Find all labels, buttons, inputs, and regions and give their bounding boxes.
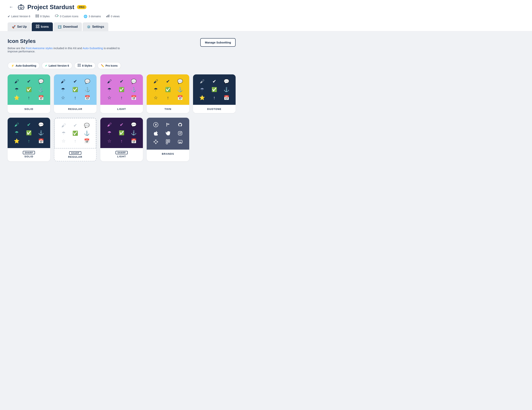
regular-preview: 🖌 ✔ 💬 ☂ ✅ ⚓ ☆ ↑ 📅 [54, 74, 96, 105]
top-bar: ← Project Stardust PRO ✔ Latest Version … [0, 0, 532, 31]
sharp-regular-icon-6: ⚓ [84, 131, 90, 136]
sharp-regular-icon-4: ☂ [62, 131, 66, 136]
light-icon-6: ⚓ [131, 87, 137, 92]
svg-rect-31 [168, 139, 170, 141]
back-button[interactable]: ← [8, 4, 15, 10]
style-card-brands[interactable]: BRANDS [147, 118, 189, 161]
sharp-light-icon-4: ☂ [107, 131, 112, 135]
svg-rect-8 [36, 16, 37, 17]
pro-badge: PRO [77, 5, 86, 9]
meta-row: ✔ Latest Version 6 8 Styles 0 Custom Ico… [8, 12, 524, 21]
thin-icon-9: 📅 [177, 95, 183, 100]
svg-rect-18 [78, 64, 79, 65]
svg-rect-14 [36, 25, 37, 26]
style-card-sharp-regular[interactable]: 🖌 ✔ 💬 ☂ ✅ ⚓ ☆ ↑ 📅 SHARP REGULAR [54, 118, 96, 161]
cloud-icon [55, 14, 59, 18]
solid-icon-1: 🖌 [14, 79, 19, 84]
meta-views: 0 views [106, 14, 120, 18]
light-icon-7: ☆ [107, 95, 112, 100]
sharp-light-preview: 🖌 ✔ 💬 ☂ ✅ ⚓ ☆ ↑ 📅 [100, 118, 143, 148]
duotone-icon-3: 💬 [224, 79, 229, 84]
pill-auto-subsetting[interactable]: ⚡ Auto-Subsetting [8, 62, 40, 69]
pill-version[interactable]: ✔ Latest Version 6 [42, 62, 72, 69]
manage-subsetting-button[interactable]: Manage Subsetting [200, 38, 236, 47]
style-card-regular[interactable]: 🖌 ✔ 💬 ☂ ✅ ⚓ ☆ ↑ 📅 REGULAR [54, 74, 96, 113]
brands-icon-instagram [178, 131, 182, 136]
sharp-solid-label: SHARP SOLID [8, 148, 50, 161]
tab-settings[interactable]: ⚙️ Settings [83, 22, 108, 31]
svg-point-2 [20, 7, 21, 8]
style-card-duotone[interactable]: 🖌 ✔ 💬 ☂ ✅ ⚓ ⭐ ↑ 📅 DUOTONE [193, 74, 236, 113]
auto-subsetting-link[interactable]: Auto-Subsetting [83, 46, 103, 50]
solid-icon-5: ✅ [26, 87, 32, 92]
sharp-light-label: SHARP LIGHT [100, 148, 143, 161]
bar-chart-icon [106, 14, 110, 18]
pill-pro-icons-label: Pro Icons [105, 64, 118, 67]
sharp-light-icon-5: ✅ [119, 131, 124, 135]
solid-icon-7: ⭐ [14, 95, 19, 100]
icons-tab-icon [36, 25, 39, 29]
tab-setup[interactable]: 🚀 Set Up [8, 22, 31, 31]
section-title: Icon Styles [8, 38, 122, 44]
sharp-solid-icon-8: ↑ [28, 139, 30, 143]
styles-icon [36, 14, 39, 18]
brands-icon-slack [153, 139, 158, 145]
solid-icon-6: ⚓ [38, 87, 44, 92]
svg-point-24 [179, 133, 181, 134]
sharp-regular-preview: 🖌 ✔ 💬 ☂ ✅ ⚓ ☆ ↑ 📅 [54, 118, 96, 148]
svg-rect-16 [38, 25, 39, 26]
sharp-regular-icon-2: ✔ [73, 123, 77, 128]
font-awesome-link[interactable]: Font Awesome styles [26, 46, 53, 50]
light-icon-3: 💬 [131, 79, 137, 84]
svg-point-35 [179, 142, 180, 142]
tab-icons-label: Icons [41, 25, 49, 28]
regular-icon-1: 🖌 [61, 79, 65, 84]
svg-rect-1 [20, 5, 22, 6]
style-card-sharp-solid[interactable]: 🖌 ✔ 💬 ☂ ✅ ⚓ ⭐ ↑ 📅 SHARP SOLID [8, 118, 50, 161]
regular-icon-3: 💬 [85, 79, 90, 84]
svg-rect-28 [157, 141, 158, 142]
brands-label: BRANDS [147, 150, 189, 158]
empty-slot [193, 118, 236, 161]
svg-rect-21 [80, 66, 81, 67]
sharp-solid-icon-7: ⭐ [14, 139, 19, 143]
solid-preview: 🖌 ✔ 💬 ☂ ✅ ⚓ ⭐ ↑ 📅 [8, 74, 50, 105]
brands-icon-github [178, 122, 182, 128]
auto-subsetting-icon: ⚡ [11, 64, 14, 67]
meta-custom-icons: 0 Custom Icons [55, 14, 78, 18]
brands-icon-twitter [166, 131, 170, 136]
header-row: ← Project Stardust PRO [8, 3, 524, 11]
tab-download[interactable]: ⬇️ Download [54, 22, 82, 31]
solid-icon-9: 📅 [38, 95, 44, 100]
svg-rect-29 [155, 143, 156, 144]
svg-rect-34 [166, 143, 168, 144]
solid-label: SOLID [8, 105, 50, 113]
sharp-light-icon-2: ✔ [120, 122, 124, 127]
svg-rect-4 [20, 8, 22, 9]
svg-rect-19 [78, 66, 79, 67]
style-card-solid[interactable]: 🖌 ✔ 💬 ☂ ✅ ⚓ ⭐ ↑ 📅 SOLID [8, 74, 50, 113]
duotone-icon-5: ✅ [211, 87, 217, 92]
section-desc: Below are the Font Awesome styles includ… [8, 46, 122, 53]
sharp-label-3: SHARP [115, 151, 128, 154]
meta-styles: 8 Styles [36, 14, 50, 18]
light-icon-5: ✅ [119, 87, 124, 92]
regular-icon-7: ☆ [61, 95, 65, 100]
settings-icon: ⚙️ [87, 25, 91, 29]
sharp-label-1: SHARP [23, 151, 35, 154]
pill-pro-icons[interactable]: ✏️ Pro Icons [97, 62, 121, 69]
thin-label: THIN [147, 105, 189, 113]
tab-icons[interactable]: Icons [32, 22, 53, 31]
duotone-icon-7: ⭐ [199, 95, 205, 100]
sharp-light-icon-7: ☆ [107, 139, 112, 143]
pill-styles[interactable]: 8 Styles [74, 62, 95, 69]
tab-download-label: Download [63, 25, 77, 28]
style-card-thin[interactable]: 🖌 ✔ 💬 ☂ ✅ ⚓ ☆ ↑ 📅 THIN [147, 74, 189, 113]
duotone-icon-2: ✔ [212, 79, 216, 84]
styles-grid-row2: 🖌 ✔ 💬 ☂ ✅ ⚓ ⭐ ↑ 📅 SHARP SOLID 🖌 ✔ 💬 [8, 118, 236, 161]
sharp-light-icon-8: ↑ [121, 139, 123, 143]
style-card-sharp-light[interactable]: 🖌 ✔ 💬 ☂ ✅ ⚓ ☆ ↑ 📅 SHARP LIGHT [100, 118, 143, 161]
style-card-light[interactable]: 🖌 ✔ 💬 ☂ ✅ ⚓ ☆ ↑ 📅 LIGHT [100, 74, 143, 113]
globe-icon: 🌐 [84, 15, 87, 18]
light-preview: 🖌 ✔ 💬 ☂ ✅ ⚓ ☆ ↑ 📅 [100, 74, 143, 105]
